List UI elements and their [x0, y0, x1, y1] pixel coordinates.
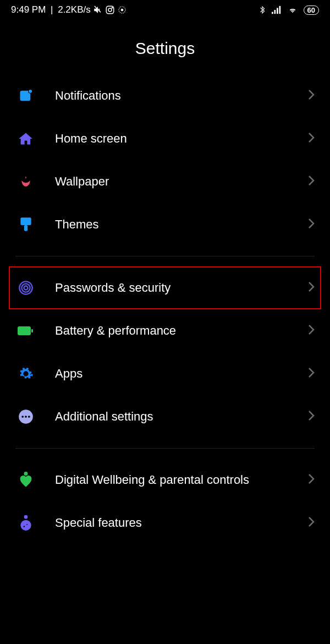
gear-icon — [18, 365, 34, 382]
svg-point-1 — [108, 8, 112, 12]
wifi-icon — [287, 6, 298, 14]
bluetooth-icon — [258, 5, 266, 15]
svg-rect-18 — [31, 329, 33, 332]
status-data-speed: 2.2KB/s — [58, 4, 91, 15]
divider — [15, 256, 315, 256]
chevron-right-icon — [308, 473, 315, 487]
dots-icon — [18, 408, 34, 425]
svg-point-23 — [24, 472, 28, 476]
battery-icon — [18, 323, 34, 339]
settings-item-apps[interactable]: Apps — [11, 352, 319, 395]
svg-rect-17 — [18, 326, 31, 335]
chevron-right-icon — [308, 516, 315, 530]
item-label: Apps — [55, 366, 308, 381]
item-label: Wallpaper — [55, 174, 308, 189]
settings-item-themes[interactable]: Themes — [11, 203, 319, 246]
svg-point-20 — [21, 416, 24, 418]
app-icon — [117, 5, 127, 15]
settings-item-notifications[interactable]: Notifications — [11, 74, 319, 117]
svg-point-4 — [120, 9, 123, 12]
item-label: Special features — [55, 515, 308, 531]
status-bar-left: 9:49 PM | 2.2KB/s — [11, 4, 127, 15]
item-label: Digital Wellbeing & parental controls — [55, 472, 308, 488]
svg-point-22 — [28, 416, 30, 418]
chevron-right-icon — [308, 89, 315, 102]
svg-rect-7 — [277, 8, 278, 14]
battery-indicator: 60 — [304, 6, 319, 15]
svg-point-25 — [20, 520, 31, 531]
status-time: 9:49 PM — [11, 4, 46, 15]
settings-item-additional-settings[interactable]: Additional settings — [11, 395, 319, 438]
signal-icon — [272, 6, 282, 14]
flask-icon — [18, 515, 34, 531]
svg-point-16 — [24, 286, 28, 290]
chevron-right-icon — [308, 324, 315, 337]
settings-list: Notifications Home screen Wallpaper Them… — [0, 74, 330, 544]
chevron-right-icon — [308, 132, 315, 145]
svg-point-15 — [21, 283, 30, 292]
item-label: Home screen — [55, 131, 308, 146]
svg-rect-8 — [279, 6, 280, 14]
item-label: Battery & performance — [55, 323, 308, 339]
notification-icon — [18, 88, 34, 104]
svg-rect-13 — [24, 225, 28, 231]
item-label: Notifications — [55, 88, 308, 103]
svg-rect-24 — [24, 515, 28, 519]
status-separator: | — [48, 4, 56, 15]
settings-item-digital-wellbeing[interactable]: Digital Wellbeing & parental controls — [11, 459, 319, 501]
chevron-right-icon — [308, 281, 315, 294]
home-icon — [18, 130, 34, 147]
settings-item-wallpaper[interactable]: Wallpaper — [11, 160, 319, 203]
divider — [15, 448, 315, 449]
settings-item-passwords-security[interactable]: Passwords & security — [9, 266, 321, 309]
svg-rect-6 — [274, 10, 276, 14]
settings-item-special-features[interactable]: Special features — [11, 501, 319, 544]
svg-point-21 — [25, 416, 27, 418]
settings-item-battery-performance[interactable]: Battery & performance — [11, 309, 319, 352]
status-bar: 9:49 PM | 2.2KB/s 60 — [0, 0, 330, 20]
theme-icon — [18, 216, 34, 233]
svg-point-2 — [112, 7, 113, 8]
chevron-right-icon — [308, 367, 315, 380]
page-title: Settings — [0, 20, 330, 74]
instagram-icon — [105, 5, 115, 15]
chevron-right-icon — [308, 218, 315, 231]
svg-rect-12 — [20, 217, 31, 225]
flower-icon — [18, 173, 34, 190]
status-bar-right: 60 — [258, 5, 319, 15]
svg-point-11 — [29, 90, 32, 93]
svg-rect-5 — [272, 12, 273, 14]
item-label: Additional settings — [55, 409, 308, 424]
chevron-right-icon — [308, 175, 315, 188]
chevron-right-icon — [308, 410, 315, 423]
item-label: Passwords & security — [55, 280, 308, 296]
svg-point-27 — [26, 524, 28, 525]
svg-point-26 — [24, 526, 25, 527]
heart-icon — [18, 472, 34, 488]
settings-item-home-screen[interactable]: Home screen — [11, 117, 319, 160]
item-label: Themes — [55, 217, 308, 232]
fingerprint-icon — [18, 280, 34, 296]
mute-icon — [93, 5, 103, 15]
